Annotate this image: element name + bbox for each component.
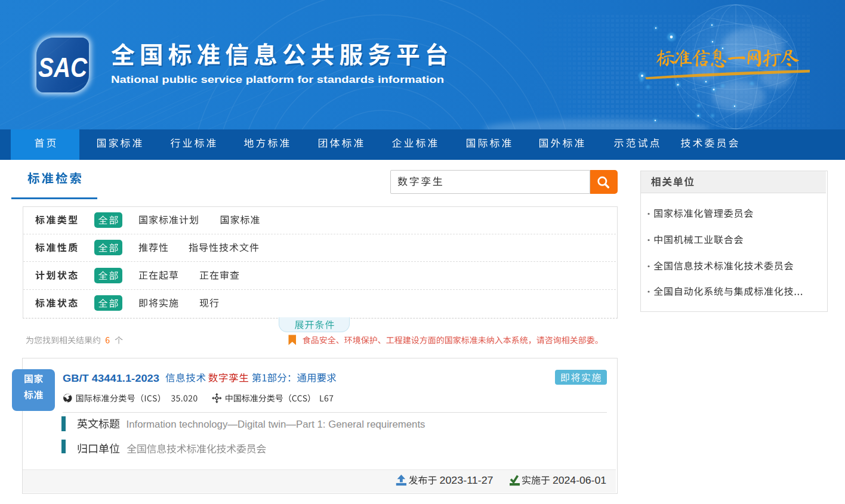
svg-text:Information technology—Digital: Information technology—Digital twin—Part… bbox=[127, 419, 425, 430]
svg-text:2023-11-27: 2023-11-27 bbox=[440, 475, 494, 486]
svg-text:2024-06-01: 2024-06-01 bbox=[553, 475, 606, 486]
svg-text:SAC: SAC bbox=[38, 52, 88, 83]
svg-text:National public service platfo: National public service platform for sta… bbox=[111, 74, 444, 85]
svg-text:GB/T 43441.1-2023: GB/T 43441.1-2023 bbox=[63, 373, 159, 384]
